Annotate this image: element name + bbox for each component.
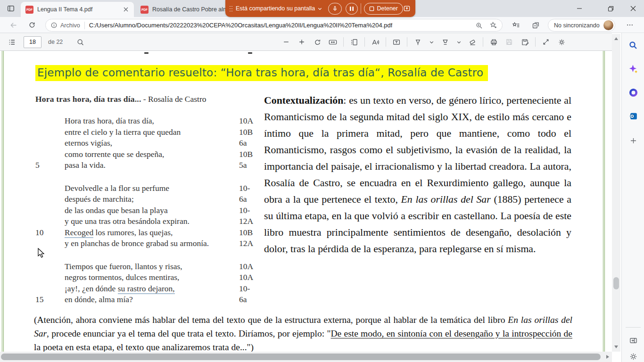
sidebar-panel-toggle-icon[interactable]	[627, 335, 639, 346]
rotate-icon[interactable]	[312, 36, 322, 48]
separator	[343, 37, 344, 47]
verse-number	[35, 194, 65, 205]
highlighted-heading: Ejemplo de comentario resuelto: “Hora tr…	[35, 65, 488, 81]
tab-close-icon[interactable]	[122, 5, 130, 14]
sync-status-button[interactable]: No sincronizando	[548, 19, 615, 32]
underlined-verse-fragment: su rastro dejaron,	[118, 284, 175, 294]
draw-options-chevron-icon[interactable]	[428, 36, 435, 48]
favorites-icon[interactable]	[510, 19, 521, 31]
sidebar-outlook-icon[interactable]	[627, 110, 639, 122]
tab-lengua-pdf[interactable]: PDF Lengua II Tema 4.pdf	[21, 2, 134, 17]
fit-to-width-icon[interactable]	[328, 36, 338, 48]
info-icon[interactable]	[50, 22, 58, 29]
read-aloud-icon[interactable]	[370, 36, 380, 48]
sidebar-microsoft365-icon[interactable]	[627, 87, 639, 98]
address-bar[interactable]: Archivo C:/Users/Alumno/Documents/202220…	[45, 19, 503, 32]
verse-text: Devolvedle a la flor su perfume	[65, 183, 239, 194]
zoom-out-icon[interactable]	[281, 36, 291, 48]
chevron-down-icon[interactable]	[317, 6, 322, 11]
table-of-contents-icon[interactable]	[7, 36, 17, 48]
page-border-right	[603, 51, 605, 352]
add-favorite-icon[interactable]	[489, 21, 497, 29]
sidebar-settings-gear-icon[interactable]	[627, 351, 639, 362]
page-view-icon[interactable]	[349, 36, 359, 48]
protocol-label: Archivo	[60, 22, 80, 29]
window-restore-button[interactable]	[600, 0, 621, 17]
tab-title: Lengua II Tema 4.pdf	[37, 6, 122, 13]
scroll-right-icon[interactable]	[603, 353, 612, 361]
zoom-in-icon[interactable]	[297, 36, 307, 48]
sync-status-label: No sincronizando	[554, 22, 600, 29]
text-segment: , procede enunciar ya el tema del que tr…	[47, 329, 330, 338]
poem-stanza: Tiempos que fueron, llantos y risas,10An…	[35, 261, 258, 305]
collections-icon[interactable]	[530, 19, 541, 31]
back-icon[interactable]	[8, 19, 19, 31]
verse-number	[35, 216, 65, 227]
cut-text-fragment	[248, 52, 252, 54]
horizontal-scroll-thumb[interactable]	[1, 354, 601, 360]
print-icon[interactable]	[488, 36, 499, 48]
pause-share-button[interactable]	[346, 3, 358, 15]
window-close-button[interactable]	[622, 0, 644, 17]
tab-actions-icon[interactable]	[5, 3, 17, 14]
vertical-scrollbar[interactable]	[612, 34, 620, 352]
verse-text: y en planchas de bronce grabad su armoní…	[65, 238, 239, 249]
share-tab-instead-icon[interactable]	[403, 5, 411, 12]
verse-text: Tiempos que fueron, llantos y risas,	[65, 261, 239, 272]
refresh-icon[interactable]	[26, 19, 38, 31]
page-number-input[interactable]	[24, 36, 41, 48]
fullscreen-icon[interactable]	[541, 36, 551, 48]
meter-label: 10A	[239, 261, 258, 272]
highlighter-icon[interactable]	[440, 36, 450, 48]
poem-line: ¡ay!, ¿en dónde su rastro dejaron,10-	[35, 283, 258, 295]
verse-text: y que una tras otra besándola expiran.	[65, 216, 239, 227]
url-text[interactable]: C:/Users/Alumno/Documents/20222023%20CEP…	[89, 22, 393, 29]
save-as-icon[interactable]	[520, 36, 530, 48]
tab-rosalia-pdf[interactable]: PDF Rosalía de Castro Pobre alma	[136, 2, 225, 17]
eraser-icon[interactable]	[467, 36, 478, 48]
teacher-note-paragraph: (Atención, ahora conviene más hablar del…	[34, 313, 572, 352]
poem-line: 15en dónde, alma mía?6a	[35, 294, 258, 305]
meter-label: 10-	[239, 283, 258, 295]
draw-pen-icon[interactable]	[413, 36, 423, 48]
window-minimize-button[interactable]	[569, 0, 590, 17]
highlight-options-chevron-icon[interactable]	[455, 36, 462, 48]
scroll-up-icon[interactable]	[612, 35, 620, 42]
add-text-icon[interactable]	[391, 36, 402, 48]
separator	[535, 37, 536, 47]
poem-stanza: Devolvedle a la flor su perfume10-despué…	[35, 183, 258, 249]
stop-share-label: Detener	[377, 5, 398, 12]
poem-line: y en planchas de bronce grabad su armoní…	[35, 238, 258, 249]
verse-number	[35, 238, 65, 249]
poem-line: después de marchita;6a	[35, 194, 258, 205]
poem-block: Hora tras hora, día tras día... - Rosalí…	[35, 94, 258, 317]
cut-text-fragment	[144, 52, 149, 54]
poem-title-author: - Rosalía de Castro	[141, 94, 206, 104]
meter-label: 5a	[239, 160, 258, 171]
verse-number: 5	[35, 160, 65, 171]
find-in-document-icon[interactable]	[75, 36, 85, 48]
stop-share-button[interactable]: Detener	[364, 3, 403, 15]
sidebar-add-icon[interactable]	[627, 135, 639, 146]
sidebar-search-icon[interactable]	[627, 40, 639, 51]
banner-drag-handle-icon[interactable]	[230, 5, 232, 12]
meter-label: 10A	[239, 272, 258, 283]
share-banner-label: Está compartiendo su pantalla	[236, 5, 315, 12]
page-total-label: de 22	[48, 39, 63, 45]
meter-label: 10B	[239, 227, 258, 239]
microphone-button[interactable]	[328, 3, 342, 15]
poem-line: Tiempos que fueron, llantos y risas,10A	[35, 261, 258, 272]
sidebar-copilot-sparkle-icon[interactable]	[627, 63, 639, 74]
browser-menu-icon[interactable]	[624, 19, 636, 31]
pdf-settings-gear-icon[interactable]	[556, 36, 567, 48]
verse-number	[35, 149, 65, 160]
save-icon	[504, 36, 514, 48]
zoom-page-icon[interactable]	[475, 22, 483, 29]
horizontal-scrollbar[interactable]	[0, 352, 612, 362]
separator	[364, 37, 365, 47]
verse-number	[35, 115, 65, 127]
meter-label: 10-	[239, 183, 258, 194]
scroll-down-icon[interactable]	[612, 343, 620, 351]
meter-label: 6a	[239, 294, 258, 305]
vertical-scroll-thumb[interactable]	[613, 277, 619, 289]
